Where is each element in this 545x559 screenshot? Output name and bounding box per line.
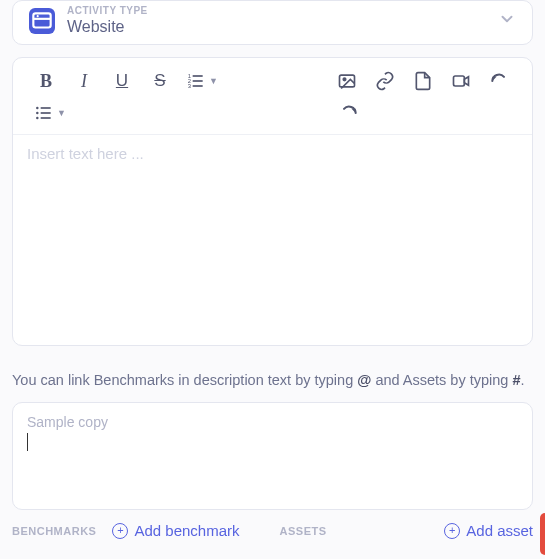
activity-type-selector[interactable]: ACTIVITY TYPE Website	[12, 0, 533, 45]
website-icon	[29, 8, 55, 34]
italic-button[interactable]: I	[65, 66, 103, 96]
add-asset-button[interactable]: + Add asset	[444, 522, 533, 539]
sample-copy-input[interactable]	[27, 414, 518, 430]
hint-mid: and Assets by typing	[371, 372, 512, 388]
benchmarks-label: BENCHMARKS	[12, 525, 96, 537]
right-edge-indicator	[540, 513, 545, 555]
image-button[interactable]	[328, 66, 366, 96]
svg-rect-11	[454, 76, 465, 86]
add-benchmark-label: Add benchmark	[134, 522, 239, 539]
unordered-list-button[interactable]: ▼	[27, 98, 73, 128]
hint-pre: You can link Benchmarks in description t…	[12, 372, 357, 388]
bottom-actions-bar: BENCHMARKS + Add benchmark ASSETS + Add …	[0, 522, 545, 539]
activity-type-label: ACTIVITY TYPE	[67, 5, 486, 16]
undo-button[interactable]	[480, 66, 518, 96]
plus-icon: +	[444, 523, 460, 539]
svg-rect-6	[193, 75, 203, 77]
redo-button[interactable]	[330, 98, 368, 128]
editor-textarea[interactable]: Insert text here ...	[13, 135, 532, 345]
text-caret	[27, 433, 28, 451]
add-asset-label: Add asset	[466, 522, 533, 539]
strikethrough-button[interactable]: S	[141, 66, 179, 96]
hash-symbol: #	[512, 372, 520, 388]
activity-type-text: ACTIVITY TYPE Website	[67, 5, 486, 36]
svg-rect-18	[41, 117, 51, 119]
underline-button[interactable]: U	[103, 66, 141, 96]
sample-copy-card	[12, 402, 533, 510]
svg-marker-12	[464, 77, 468, 85]
chevron-down-icon	[498, 10, 516, 32]
video-button[interactable]	[442, 66, 480, 96]
svg-point-13	[36, 107, 39, 110]
editor-placeholder: Insert text here ...	[27, 145, 144, 162]
link-button[interactable]	[366, 66, 404, 96]
description-editor: B I U S 123 ▼ ▼	[12, 57, 533, 346]
ordered-list-button[interactable]: 123 ▼	[179, 66, 225, 96]
link-hint-text: You can link Benchmarks in description t…	[0, 356, 545, 402]
svg-point-10	[343, 78, 346, 81]
hint-post: .	[521, 372, 525, 388]
at-symbol: @	[357, 372, 371, 388]
svg-rect-17	[41, 112, 51, 114]
bold-button[interactable]: B	[27, 66, 65, 96]
plus-icon: +	[112, 523, 128, 539]
assets-label: ASSETS	[280, 525, 327, 537]
svg-rect-16	[41, 107, 51, 109]
svg-rect-8	[193, 85, 203, 87]
activity-type-value: Website	[67, 18, 486, 36]
svg-rect-0	[33, 13, 50, 27]
svg-rect-7	[193, 80, 203, 82]
add-benchmark-button[interactable]: + Add benchmark	[112, 522, 239, 539]
svg-point-14	[36, 112, 39, 115]
svg-point-15	[36, 117, 39, 120]
editor-toolbar: B I U S 123 ▼ ▼	[13, 58, 532, 135]
svg-text:3: 3	[188, 83, 191, 89]
file-button[interactable]	[404, 66, 442, 96]
